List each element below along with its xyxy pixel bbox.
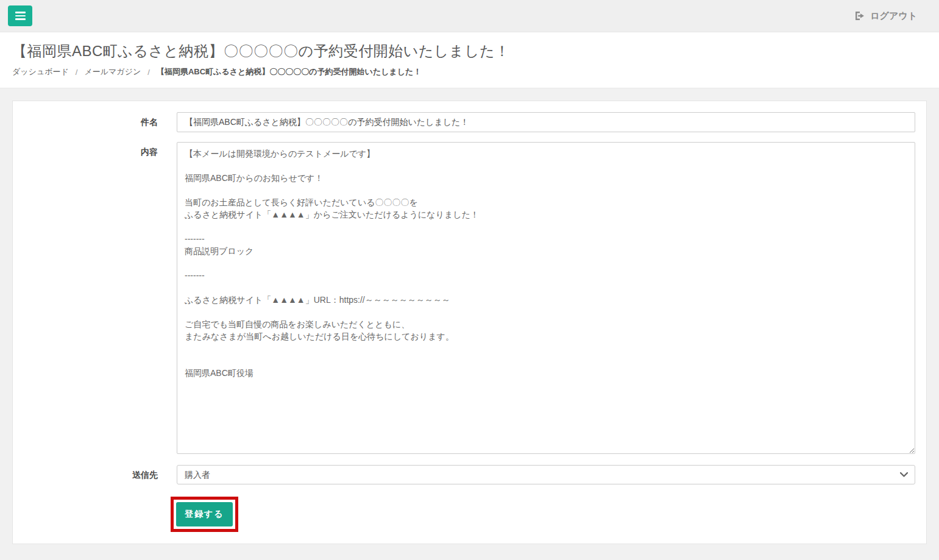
breadcrumb-separator: /: [76, 68, 78, 77]
body-label: 内容: [22, 142, 177, 162]
page-header: 【福岡県ABC町ふるさと納税】〇〇〇〇〇の予約受付開始いたしました！ ダッシュボ…: [0, 32, 939, 88]
recipient-select[interactable]: 購入者: [177, 465, 915, 484]
sign-out-icon: [854, 11, 865, 21]
mail-form-card: 件名 内容 【本メールは開発環境からのテストメールです】 福岡県ABC町からのお…: [12, 101, 927, 544]
breadcrumb: ダッシュボード / メールマガジン / 【福岡県ABC町ふるさと納税】〇〇〇〇〇…: [12, 66, 927, 77]
breadcrumb-dashboard[interactable]: ダッシュボード: [12, 66, 69, 77]
recipient-row: 送信先 購入者: [22, 465, 915, 485]
logout-link[interactable]: ログアウト: [854, 10, 917, 22]
submit-row: 登録する: [171, 497, 915, 532]
page-title: 【福岡県ABC町ふるさと納税】〇〇〇〇〇の予約受付開始いたしました！: [12, 41, 927, 61]
content-area: 件名 内容 【本メールは開発環境からのテストメールです】 福岡県ABC町からのお…: [0, 88, 939, 544]
hamburger-menu-button[interactable]: [8, 5, 32, 26]
subject-input[interactable]: [177, 112, 915, 132]
body-textarea[interactable]: 【本メールは開発環境からのテストメールです】 福岡県ABC町からのお知らせです！…: [177, 142, 915, 454]
red-highlight-annotation: 登録する: [171, 497, 238, 532]
topbar: ログアウト: [0, 0, 939, 32]
register-button[interactable]: 登録する: [176, 502, 233, 526]
breadcrumb-separator: /: [147, 68, 150, 77]
body-row: 内容 【本メールは開発環境からのテストメールです】 福岡県ABC町からのお知らせ…: [22, 142, 915, 454]
breadcrumb-mail-magazine[interactable]: メールマガジン: [84, 66, 141, 77]
hamburger-icon: [15, 12, 26, 13]
recipient-label: 送信先: [22, 465, 177, 485]
hamburger-icon: [15, 18, 26, 20]
logout-label: ログアウト: [870, 10, 917, 22]
breadcrumb-current-page: 【福岡県ABC町ふるさと納税】〇〇〇〇〇の予約受付開始いたしました！: [157, 66, 422, 77]
subject-label: 件名: [22, 112, 177, 132]
subject-row: 件名: [22, 112, 915, 132]
hamburger-icon: [15, 15, 26, 17]
